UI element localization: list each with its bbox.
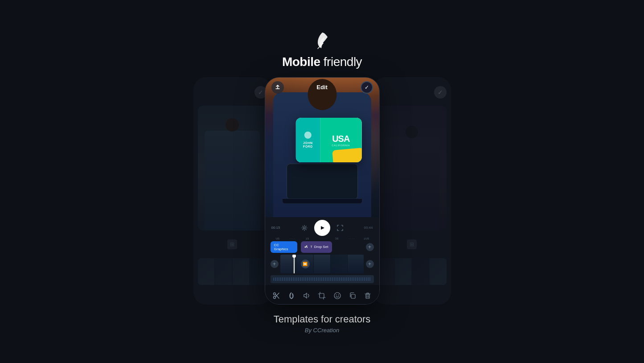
left-phone-thumbnails bbox=[198, 258, 267, 285]
svg-point-14 bbox=[334, 293, 340, 299]
sticker-tool[interactable] bbox=[330, 289, 345, 303]
confirm-button[interactable]: ✓ bbox=[361, 81, 373, 94]
bottom-toolbar bbox=[265, 285, 379, 305]
svg-point-1 bbox=[304, 227, 305, 229]
video-area: Edit ✓ JOHNFORD USA CALIFORNIA bbox=[265, 78, 379, 217]
current-time: 00:15 bbox=[271, 226, 280, 230]
page-title: Mobile friendly bbox=[282, 55, 362, 69]
name-card-avatar bbox=[304, 132, 312, 139]
left-phone-image bbox=[198, 106, 267, 231]
name-card-left: JOHNFORD bbox=[295, 118, 320, 162]
name-card-state: CALIFORNIA bbox=[332, 144, 350, 147]
settings-icon[interactable] bbox=[299, 223, 310, 233]
footer-main-text: Templates for creators bbox=[274, 314, 371, 325]
thumb-4 bbox=[331, 255, 347, 273]
drop-set-label: Drop Set bbox=[314, 245, 328, 249]
flame-tool[interactable] bbox=[284, 289, 299, 303]
svg-point-15 bbox=[336, 294, 336, 295]
drop-set-clip[interactable]: T Drop Set bbox=[301, 241, 332, 253]
edit-label: Edit bbox=[316, 84, 328, 91]
t-icon: T bbox=[311, 245, 312, 248]
svg-rect-9 bbox=[320, 293, 324, 298]
left-side-phone: ✓ ⊞ bbox=[193, 77, 271, 305]
right-side-phone: ✓ ⊞ bbox=[373, 77, 451, 305]
svg-point-4 bbox=[307, 247, 308, 248]
svg-rect-18 bbox=[366, 294, 369, 298]
phone-gallery: ✓ ⊞ bbox=[0, 77, 644, 305]
cc-graphics-label: CC Graphics bbox=[274, 243, 294, 251]
right-video-add-button[interactable]: + bbox=[366, 260, 374, 268]
name-card-overlay: JOHNFORD USA CALIFORNIA bbox=[295, 118, 361, 162]
share-button[interactable] bbox=[271, 81, 284, 94]
audio-track bbox=[271, 275, 374, 283]
svg-point-2 bbox=[304, 246, 306, 248]
thumb-5 bbox=[348, 255, 364, 273]
name-card-yellow-tag bbox=[332, 148, 362, 162]
audio-waveform bbox=[273, 277, 371, 281]
playhead bbox=[294, 255, 295, 273]
scissors-tool[interactable] bbox=[269, 289, 283, 303]
right-add-button[interactable]: + bbox=[366, 243, 374, 251]
right-phone-icon1: ⊞ bbox=[407, 239, 417, 249]
thumb-3 bbox=[314, 255, 330, 273]
page-container: Mobile friendly ✓ ⊞ bbox=[0, 30, 644, 334]
graphics-track-row: CC Graphics T Drop Set + bbox=[271, 241, 374, 253]
play-button[interactable] bbox=[314, 220, 330, 236]
left-phone-icon1: ⊞ bbox=[227, 239, 237, 249]
cc-graphics-clip[interactable]: CC Graphics bbox=[271, 241, 297, 253]
track-area: CC Graphics T Drop Set + bbox=[265, 239, 379, 285]
footer-sub-text: By CCreation bbox=[305, 327, 339, 334]
volume-tool[interactable] bbox=[299, 289, 314, 303]
fullscreen-icon[interactable] bbox=[335, 223, 345, 233]
svg-point-3 bbox=[306, 245, 307, 247]
total-time: 00:44 bbox=[364, 226, 373, 230]
right-phone-thumbnails bbox=[377, 258, 447, 285]
duplicate-tool[interactable] bbox=[345, 289, 360, 303]
right-phone-check: ✓ bbox=[434, 86, 447, 99]
thumb-2: ⏩ bbox=[297, 255, 313, 273]
name-card-country: USA bbox=[332, 134, 349, 144]
crop-tool[interactable] bbox=[315, 289, 329, 303]
header: Mobile friendly bbox=[282, 30, 362, 69]
fast-forward-icon: ⏩ bbox=[301, 260, 310, 268]
phone-top-bar: Edit ✓ bbox=[265, 78, 379, 97]
right-phone-image bbox=[377, 106, 447, 231]
main-phone: Edit ✓ JOHNFORD USA CALIFORNIA bbox=[265, 77, 380, 305]
svg-point-16 bbox=[338, 294, 339, 295]
phone-controls: 00:15 bbox=[265, 217, 379, 304]
name-card-name: JOHNFORD bbox=[303, 141, 313, 149]
svg-rect-17 bbox=[351, 294, 355, 298]
footer-section: Templates for creators By CCreation bbox=[274, 314, 371, 334]
video-thumbnail-row: ⏩ bbox=[280, 255, 364, 273]
delete-tool[interactable] bbox=[361, 289, 375, 303]
logo-feather-icon bbox=[312, 30, 333, 51]
left-add-button[interactable]: + bbox=[271, 260, 279, 268]
